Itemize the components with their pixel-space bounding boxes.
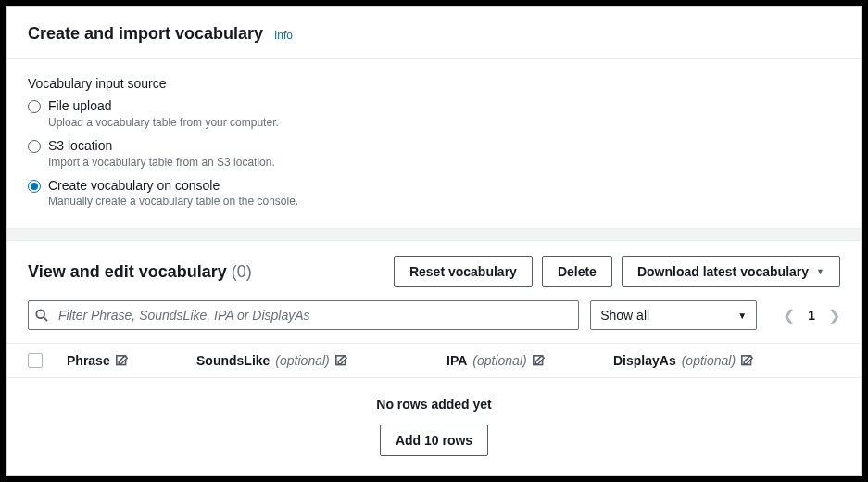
search-icon <box>35 309 48 322</box>
column-header-soundslike[interactable]: SoundsLike (optional) <box>196 353 447 368</box>
next-page-button[interactable]: ❯ <box>828 307 840 324</box>
prev-page-button[interactable]: ❮ <box>783 307 795 324</box>
info-link[interactable]: Info <box>274 29 293 42</box>
radio-description: Upload a vocabulary table from your comp… <box>48 116 279 129</box>
radio-icon[interactable] <box>28 180 41 193</box>
radio-option-s3-location[interactable]: S3 location Import a vocabulary table fr… <box>28 138 840 169</box>
caret-down-icon: ▼ <box>816 262 824 281</box>
radio-label: S3 location <box>48 138 275 154</box>
column-header-ipa[interactable]: IPA (optional) <box>447 353 613 368</box>
input-source-radio-group: File upload Upload a vocabulary table fr… <box>28 98 840 208</box>
radio-label: Create vocabulary on console <box>48 178 298 194</box>
edit-icon <box>533 355 545 367</box>
delete-button[interactable]: Delete <box>542 256 612 287</box>
download-vocabulary-button[interactable]: Download latest vocabulary ▼ <box>622 256 840 287</box>
radio-description: Manually create a vocabulary table on th… <box>48 195 298 208</box>
edit-icon <box>116 355 128 367</box>
empty-state-message: No rows added yet <box>7 397 861 412</box>
radio-icon[interactable] <box>28 100 41 113</box>
radio-option-create-on-console[interactable]: Create vocabulary on console Manually cr… <box>28 178 840 209</box>
page-title: Create and import vocabulary <box>28 24 263 43</box>
select-all-checkbox[interactable] <box>28 353 43 368</box>
pagination: ❮ 1 ❯ <box>768 307 840 324</box>
current-page: 1 <box>808 308 815 323</box>
column-header-phrase[interactable]: Phrase <box>67 353 196 368</box>
edit-icon <box>741 355 753 367</box>
input-source-label: Vocabulary input source <box>28 76 840 91</box>
column-header-displayas[interactable]: DisplayAs (optional) <box>613 353 840 368</box>
radio-label: File upload <box>48 98 279 114</box>
svg-line-1 <box>44 318 48 322</box>
filter-input[interactable] <box>28 300 579 330</box>
view-edit-title: View and edit vocabulary (0) <box>28 262 252 282</box>
row-count: (0) <box>232 262 252 281</box>
radio-description: Import a vocabulary table from an S3 loc… <box>48 156 275 169</box>
caret-down-icon: ▼ <box>737 311 747 321</box>
section-gap <box>7 228 861 241</box>
add-rows-button[interactable]: Add 10 rows <box>380 425 488 456</box>
filter-select[interactable]: Show all ▼ <box>590 300 757 330</box>
table-header-row: Phrase SoundsLike (optional) IPA (option… <box>7 343 861 378</box>
edit-icon <box>335 355 347 367</box>
radio-option-file-upload[interactable]: File upload Upload a vocabulary table fr… <box>28 98 840 129</box>
radio-icon[interactable] <box>28 140 41 153</box>
filter-select-value: Show all <box>600 308 649 323</box>
svg-point-0 <box>36 311 44 319</box>
filter-input-wrap <box>28 300 579 330</box>
reset-vocabulary-button[interactable]: Reset vocabulary <box>394 256 533 287</box>
